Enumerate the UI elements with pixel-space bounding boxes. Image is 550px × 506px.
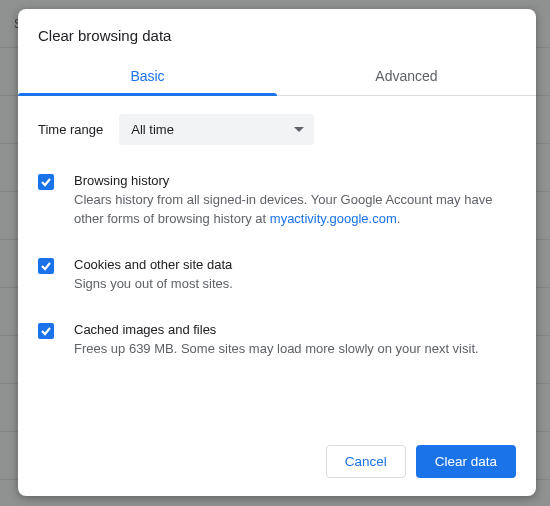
tab-advanced[interactable]: Advanced bbox=[277, 58, 536, 95]
option-title: Cookies and other site data bbox=[74, 257, 516, 272]
clear-browsing-data-dialog: Clear browsing data Basic Advanced Time … bbox=[18, 9, 536, 496]
option-browsing-history: Browsing history Clears history from all… bbox=[38, 173, 516, 229]
option-desc: Frees up 639 MB. Some sites may load mor… bbox=[74, 340, 516, 359]
myactivity-link[interactable]: myactivity.google.com bbox=[270, 211, 397, 226]
time-range-select[interactable]: All time bbox=[119, 114, 314, 145]
dialog-footer: Cancel Clear data bbox=[18, 431, 536, 496]
time-range-row: Time range All time bbox=[38, 114, 516, 145]
option-title: Cached images and files bbox=[74, 322, 516, 337]
checkbox-cached[interactable] bbox=[38, 323, 54, 339]
option-desc: Clears history from all signed-in device… bbox=[74, 191, 516, 229]
tab-basic[interactable]: Basic bbox=[18, 58, 277, 95]
option-cached: Cached images and files Frees up 639 MB.… bbox=[38, 322, 516, 359]
cancel-button[interactable]: Cancel bbox=[326, 445, 406, 478]
time-range-value: All time bbox=[131, 122, 174, 137]
option-desc: Signs you out of most sites. bbox=[74, 275, 516, 294]
checkbox-cookies[interactable] bbox=[38, 258, 54, 274]
dialog-title: Clear browsing data bbox=[18, 9, 536, 58]
check-icon bbox=[40, 176, 52, 188]
check-icon bbox=[40, 260, 52, 272]
check-icon bbox=[40, 325, 52, 337]
option-title: Browsing history bbox=[74, 173, 516, 188]
time-range-label: Time range bbox=[38, 122, 103, 137]
checkbox-browsing-history[interactable] bbox=[38, 174, 54, 190]
option-text: Cached images and files Frees up 639 MB.… bbox=[74, 322, 516, 359]
clear-data-button[interactable]: Clear data bbox=[416, 445, 516, 478]
chevron-down-icon bbox=[294, 127, 304, 133]
dialog-tabs: Basic Advanced bbox=[18, 58, 536, 96]
option-text: Cookies and other site data Signs you ou… bbox=[74, 257, 516, 294]
option-cookies: Cookies and other site data Signs you ou… bbox=[38, 257, 516, 294]
option-text: Browsing history Clears history from all… bbox=[74, 173, 516, 229]
dialog-content: Time range All time Browsing history Cle… bbox=[18, 96, 536, 431]
